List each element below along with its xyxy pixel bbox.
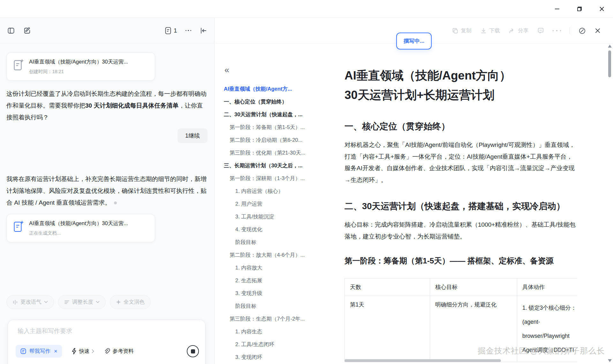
col-header-actions: 具体动作	[517, 278, 578, 296]
table-horizontal-scrollbar[interactable]	[344, 359, 501, 362]
outline-item[interactable]: 3. 变现升级	[221, 287, 332, 300]
outline-item[interactable]: 第二阶段：冷启动期（第6-20...	[221, 133, 332, 146]
generating-doc-card[interactable]: AI垂直领域（技能/Agent方向）30天运营... 正在生成文档...	[6, 214, 155, 242]
col-header-goal: 核心目标	[430, 278, 517, 296]
document-sparkle-icon-blue	[13, 220, 24, 233]
outline-item[interactable]: 阶段目标	[221, 236, 332, 248]
minimize-icon	[554, 6, 560, 12]
outline-item[interactable]: 阶段目标	[221, 300, 332, 312]
reference-material-chip[interactable]: 参考资料	[104, 348, 134, 355]
document-icon	[165, 27, 171, 34]
stop-square-icon	[191, 349, 195, 353]
outline-item[interactable]: 2. 生态拓展	[221, 274, 332, 287]
generated-doc-card[interactable]: AI垂直领域（技能/Agent方向）30天运营... 创建时间：18:21	[6, 52, 155, 81]
sparkle-icon	[116, 300, 121, 305]
tone-icon	[12, 300, 18, 305]
window-controls	[546, 0, 613, 18]
restore-button[interactable]	[568, 0, 591, 18]
length-lines-icon	[64, 300, 70, 305]
composer-box[interactable]: 输入主题和写作要求 帮我写作 × 快速	[8, 320, 206, 364]
outline-item[interactable]: 第三阶段：优化期（第21-30天...	[221, 146, 332, 159]
more-options-icon[interactable]	[185, 30, 192, 31]
scrollbar-thumb[interactable]	[608, 50, 611, 77]
outline-item[interactable]: 3. 变现闭环	[221, 351, 332, 363]
section-heading-2: 二、30天运营计划（快速起盘，搭建基础，实现冷启动）	[344, 199, 578, 213]
help-me-write-label: 帮我写作	[29, 348, 50, 355]
change-tone-label: 更改语气	[20, 299, 42, 306]
new-chat-compose-icon[interactable]	[23, 27, 31, 34]
document-count-label: 1	[174, 27, 177, 34]
outline-item[interactable]: 二、30天运营计划（快速起盘，...	[221, 108, 332, 121]
stage-heading-1: 第一阶段：筹备期（第1-5天）—— 搭框架、定标准、备资源	[344, 254, 578, 268]
assistant-message: 这份计划已经覆盖了从冷启动到长期生态构建的全流程，每一步都有明确动作和量化目标。…	[6, 88, 208, 123]
adjust-length-button[interactable]: 调整长度	[58, 295, 106, 309]
locate-pen-circle-icon	[579, 27, 586, 34]
outline-item[interactable]: 1. 内容生态	[221, 325, 332, 338]
continue-button[interactable]: 1继续	[178, 128, 208, 143]
outline-item[interactable]: 第二阶段：放大期（4-6个月）...	[221, 248, 332, 261]
outline-item[interactable]: 2. 工具/生态闭环	[221, 338, 332, 351]
adjust-length-label: 调整长度	[72, 299, 93, 306]
quick-actions-row: 更改语气 调整长度 全文润色	[6, 295, 151, 309]
polish-all-label: 全文润色	[124, 299, 145, 306]
stop-generating-button[interactable]	[187, 345, 199, 357]
col-header-day: 天数	[345, 278, 430, 296]
outline-item[interactable]: 3. 工具/技能沉淀	[221, 210, 332, 223]
cell-actions: 1. 锁定3个核心细分： (agent- browser/Playwright …	[517, 296, 578, 362]
generating-indicator-dot	[114, 201, 117, 204]
writing-status-badge: 撰写中...	[396, 33, 432, 49]
document-outline: « AI垂直领域（技能/Agent方... 一、核心定位（贯穿始终） 二、30天…	[221, 66, 332, 363]
close-icon	[599, 6, 605, 12]
paragraph-2: 核心目标：完成内容矩阵搭建、冷启动流量积累（1000+精准粉丝）、基础工具/技能…	[344, 219, 578, 242]
collapse-panel-icon[interactable]	[200, 27, 207, 34]
change-tone-button[interactable]: 更改语气	[6, 295, 54, 309]
help-me-write-chip[interactable]: 帮我写作 ×	[16, 345, 62, 358]
composer-chips-row: 帮我写作 × 快速	[16, 345, 199, 358]
outline-item[interactable]: 第一阶段：深耕期（1-3个月）...	[221, 172, 332, 185]
section-heading-1: 一、核心定位（贯穿始终）	[344, 119, 578, 133]
scroll-up-arrow-icon[interactable]	[608, 45, 612, 48]
doc-card-created-time: 创建时间：18:21	[29, 69, 128, 75]
close-document-button[interactable]	[594, 27, 601, 34]
restore-icon	[577, 6, 582, 12]
fast-mode-chip[interactable]: 快速	[72, 348, 94, 355]
chevron-right-icon	[92, 349, 94, 353]
outline-item[interactable]: 1. 内容放大	[221, 261, 332, 274]
reference-material-label: 参考资料	[113, 348, 134, 355]
remove-chip-icon[interactable]: ×	[54, 348, 57, 355]
cell-day: 第1天	[345, 296, 430, 362]
document-content: AI垂直领域（技能/Agent方向）30天运营计划+长期运营计划 一、核心定位（…	[344, 18, 578, 362]
close-window-button[interactable]	[591, 0, 613, 18]
outline-item-doc-title[interactable]: AI垂直领域（技能/Agent方...	[221, 82, 332, 95]
table-row: 第1天 明确细分方向，规避泛化 1. 锁定3个核心细分： (agent- bro…	[345, 296, 578, 362]
chevron-down-icon	[44, 301, 48, 303]
close-icon	[594, 27, 601, 34]
polish-all-button[interactable]: 全文润色	[110, 295, 151, 309]
table-header-row: 天数 核心目标 具体动作	[345, 278, 578, 296]
outline-item[interactable]: 一、核心定位（贯穿始终）	[221, 95, 332, 108]
outline-item[interactable]: 4. 变现优化	[221, 223, 332, 236]
paperclip-icon	[104, 348, 110, 354]
assistant-message-updating: 我将在原有运营计划基础上，补充完善长期运营生态期的细节的同时，新增计划落地保障、…	[6, 173, 208, 209]
plan-table-wrapper: 天数 核心目标 具体动作 第1天 明确细分方向，规避泛化 1. 锁定3个核心细分…	[344, 278, 577, 362]
chat-toolbar: 1	[0, 18, 214, 43]
scroll-down-arrow-icon[interactable]	[608, 359, 612, 362]
minimize-button[interactable]	[546, 0, 568, 18]
fast-mode-label: 快速	[79, 348, 90, 355]
window-titlebar	[0, 0, 613, 18]
document-panel: 复制 下载 分享	[215, 18, 613, 364]
doc-card-status: 正在生成文档...	[29, 230, 128, 236]
chat-message-list: AI垂直领域（技能/Agent方向）30天运营... 创建时间：18:21 这份…	[0, 43, 214, 242]
outline-item[interactable]: 2. 用户运营	[221, 197, 332, 210]
collapse-outline-icon[interactable]: «	[221, 66, 332, 74]
outline-item[interactable]: 第一阶段：筹备期（第1-5天）...	[221, 121, 332, 133]
outline-item[interactable]: 三、长期运营计划（30天之后，...	[221, 159, 332, 172]
document-vertical-scrollbar	[608, 43, 612, 364]
document-count-button[interactable]: 1	[165, 27, 177, 34]
outline-item[interactable]: 1. 内容运营（核心）	[221, 185, 332, 197]
app-window: 1 AI垂直领域（技能/Agent方	[0, 0, 613, 364]
outline-item[interactable]: 第三阶段：生态期（7个月-2年...	[221, 312, 332, 325]
sidebar-toggle-icon[interactable]	[7, 27, 15, 34]
plan-table: 天数 核心目标 具体动作 第1天 明确细分方向，规避泛化 1. 锁定3个核心细分…	[344, 278, 577, 362]
locate-writing-position-button[interactable]	[579, 27, 586, 34]
